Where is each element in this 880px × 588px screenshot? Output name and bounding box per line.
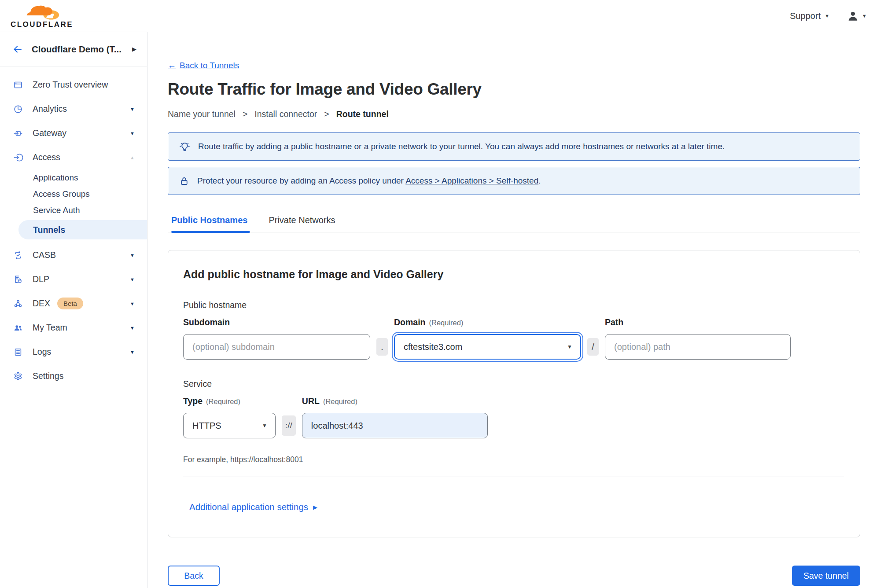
subdomain-label: Subdomain [183, 317, 370, 327]
sidebar-nav: Zero Trust overview Analytics ▼ Gateway … [0, 66, 147, 388]
domain-select[interactable]: cftestsite3.com ▼ [394, 334, 581, 360]
sidebar-item-label: Tunnels [33, 225, 65, 235]
sidebar-item-gateway[interactable]: Gateway ▼ [0, 121, 147, 145]
chevron-down-icon: ▼ [130, 325, 135, 331]
public-hostname-section-label: Public hostname [183, 300, 844, 310]
chevron-down-icon: ▼ [262, 423, 267, 429]
chevron-down-icon: ▼ [130, 253, 135, 258]
support-label: Support [790, 11, 821, 21]
sidebar-item-analytics[interactable]: Analytics ▼ [0, 97, 147, 121]
cloudflare-wordmark: CLOUDFLARE [11, 20, 73, 29]
access-policy-banner-text: Protect your resource by adding an Acces… [197, 176, 541, 186]
sidebar-item-label: Access [33, 152, 60, 162]
chevron-right-icon: ▶ [313, 504, 317, 511]
back-arrow-icon[interactable] [12, 44, 23, 55]
people-icon [13, 323, 23, 333]
sidebar-item-dex[interactable]: DEX Beta ▼ [0, 291, 147, 316]
domain-select-value: cftestsite3.com [404, 342, 462, 352]
path-label: Path [605, 317, 791, 327]
service-url-input[interactable] [302, 413, 488, 438]
domain-label: Domain(Required) [394, 317, 581, 327]
arrow-left-icon: ← [168, 61, 176, 70]
support-menu[interactable]: Support ▼ [790, 11, 829, 21]
back-button[interactable]: Back [168, 566, 220, 586]
sidebar-item-service-auth[interactable]: Service Auth [0, 202, 147, 218]
type-required-hint: (Required) [206, 397, 240, 405]
url-example-helper: For example, https://localhost:8001 [183, 455, 844, 464]
chevron-down-icon: ▼ [825, 14, 829, 18]
sidebar-item-label: Zero Trust overview [33, 80, 108, 90]
tip-banner: Route traffic by adding a public hostnam… [168, 132, 860, 161]
beta-badge: Beta [57, 298, 83, 309]
user-icon [847, 10, 859, 22]
breadcrumb: Name your tunnel > Install connector > R… [168, 109, 860, 119]
back-to-tunnels-link[interactable]: ←Back to Tunnels [168, 61, 239, 70]
sidebar: Cloudflare Demo (T... ▶ Zero Trust overv… [0, 32, 147, 588]
breadcrumb-separator: > [324, 109, 329, 119]
lightbulb-icon [179, 141, 191, 153]
sidebar-item-label: Settings [33, 371, 63, 381]
sidebar-item-label: CASB [33, 250, 56, 260]
chevron-down-icon: ▼ [130, 107, 135, 112]
sidebar-item-label: My Team [33, 323, 67, 333]
sidebar-item-tunnels-active[interactable]: Tunnels [18, 220, 147, 239]
sidebar-item-settings[interactable]: Settings [0, 364, 147, 388]
sidebar-item-access-groups[interactable]: Access Groups [0, 186, 147, 202]
gear-icon [13, 371, 23, 381]
breadcrumb-step-install-connector[interactable]: Install connector [254, 109, 317, 119]
scheme-separator: :// [282, 415, 296, 436]
service-type-select[interactable]: HTTPS ▼ [183, 413, 276, 438]
type-label: Type(Required) [183, 396, 276, 406]
url-label: URL(Required) [302, 396, 488, 406]
access-policy-banner: Protect your resource by adding an Acces… [168, 167, 860, 195]
breadcrumb-step-route-tunnel: Route tunnel [336, 109, 389, 119]
window-icon [13, 80, 23, 90]
service-type-value: HTTPS [192, 421, 221, 431]
tab-private-networks[interactable]: Private Networks [269, 215, 335, 232]
slash-separator: / [587, 338, 599, 356]
chevron-down-icon: ▼ [130, 131, 135, 136]
save-tunnel-button[interactable]: Save tunnel [792, 566, 860, 586]
sidebar-item-my-team[interactable]: My Team ▼ [0, 316, 147, 340]
chevron-down-icon: ▼ [862, 14, 867, 18]
sidebar-item-label: Logs [33, 347, 51, 357]
breadcrumb-step-name-your-tunnel[interactable]: Name your tunnel [168, 109, 236, 119]
topbar: CLOUDFLARE Support ▼ ▼ [0, 0, 880, 32]
access-icon [13, 153, 23, 162]
pie-chart-icon [13, 104, 23, 114]
domain-required-hint: (Required) [429, 319, 464, 327]
chevron-down-icon: ▼ [130, 301, 135, 306]
breadcrumb-separator: > [243, 109, 247, 119]
logs-icon [13, 347, 23, 357]
hostname-field-row: Subdomain . Domain(Required) cftestsite3… [183, 317, 844, 360]
sidebar-item-label: Service Auth [33, 206, 80, 215]
tip-banner-text: Route traffic by adding a public hostnam… [198, 142, 725, 151]
sidebar-item-access[interactable]: Access ▲ [0, 145, 147, 169]
sidebar-item-label: DLP [33, 274, 49, 284]
tab-public-hostnames[interactable]: Public Hostnames [171, 215, 247, 232]
sidebar-item-label: Access Groups [33, 189, 90, 199]
sidebar-item-label: DEX [33, 298, 50, 309]
sidebar-item-logs[interactable]: Logs ▼ [0, 340, 147, 364]
sidebar-item-label: Analytics [33, 104, 67, 114]
chevron-right-icon[interactable]: ▶ [132, 46, 136, 52]
user-menu[interactable]: ▼ [847, 10, 867, 22]
sidebar-item-casb[interactable]: CASB ▼ [0, 243, 147, 267]
chevron-down-icon: ▼ [567, 344, 572, 350]
lock-icon [179, 176, 190, 187]
dex-icon [13, 299, 23, 309]
sidebar-item-dlp[interactable]: DLP ▼ [0, 267, 147, 291]
sidebar-account-header[interactable]: Cloudflare Demo (T... ▶ [0, 32, 147, 66]
access-applications-self-hosted-link[interactable]: Access > Applications > Self-hosted [405, 176, 538, 185]
tab-bar: Public Hostnames Private Networks [168, 215, 860, 232]
sidebar-item-zero-trust-overview[interactable]: Zero Trust overview [0, 73, 147, 97]
subdomain-input[interactable] [183, 334, 370, 360]
card-divider [183, 477, 844, 477]
additional-settings-toggle[interactable]: Additional application settings ▶ [189, 502, 317, 512]
sidebar-item-label: Applications [33, 173, 78, 183]
chevron-down-icon: ▼ [130, 277, 135, 282]
sidebar-item-applications[interactable]: Applications [0, 169, 147, 186]
chevron-down-icon: ▼ [130, 349, 135, 355]
public-hostname-card: Add public hostname for Image and Video … [168, 250, 860, 537]
path-input[interactable] [605, 334, 791, 360]
